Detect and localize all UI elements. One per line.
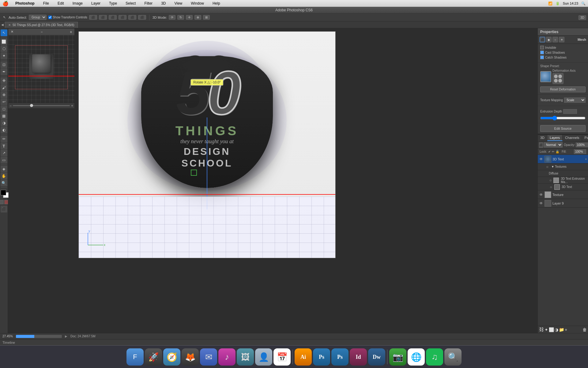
expand-textures[interactable]: ▾ — [552, 165, 554, 169]
sublayer-vis-textures[interactable]: ○ — [545, 165, 549, 169]
3d-rotate-btn[interactable]: ⟳ — [169, 15, 175, 20]
zoom-tool[interactable]: 🔍 — [1, 180, 7, 186]
menu-window[interactable]: Window — [189, 1, 206, 6]
layer-vis-texture[interactable]: 👁 — [539, 193, 543, 197]
extrusion-value[interactable]: 1466 — [563, 109, 577, 114]
sublayer-vis-3dtext[interactable]: ○ — [549, 185, 553, 189]
standard-mode[interactable] — [0, 200, 4, 204]
dock-chrome[interactable]: 🌐 — [408, 348, 425, 366]
align-bottom-btn[interactable]: ⬛ — [109, 15, 117, 20]
layer-expand-3dtext[interactable]: ▾ — [585, 158, 587, 161]
layer-vis-3dtext[interactable]: 👁 — [539, 157, 543, 161]
tab-3d[interactable]: 3D — [538, 135, 547, 141]
dodge-tool[interactable]: ◐ — [1, 127, 7, 133]
fill-input[interactable] — [574, 149, 586, 154]
screen-mode-btn[interactable]: ⬛ — [1, 206, 7, 213]
sublayer-diffuse[interactable]: Diffuse — [538, 170, 588, 177]
dock-calendar[interactable]: 📅 — [273, 348, 291, 366]
lasso-tool[interactable]: ⬡ — [1, 45, 7, 52]
dock-facetime[interactable]: 📷 — [389, 348, 406, 366]
nav-zoom-in[interactable]: + — [71, 104, 73, 108]
foreground-color[interactable] — [1, 190, 6, 195]
tab-channels[interactable]: Channels — [563, 135, 582, 141]
dock-finder[interactable]: F — [126, 348, 144, 366]
layer-item-3dtext[interactable]: 👁 3D Text ▾ — [538, 155, 588, 163]
lock-move-btn[interactable]: ✏ — [552, 150, 554, 153]
apple-menu[interactable]: 🍎 — [2, 1, 9, 6]
sublayer-3dtext[interactable]: ○ 3D Text — [538, 184, 588, 190]
eraser-tool[interactable]: ◻ — [1, 105, 7, 112]
tab-paths[interactable]: Paths — [582, 135, 588, 141]
document-tab[interactable]: ✕ 50 Things SS.psd @ 27.5% (3D Text, RGB… — [5, 22, 78, 28]
dock-finder2[interactable]: 🔍 — [444, 348, 462, 366]
blur-tool[interactable]: ◑ — [1, 120, 7, 126]
dock-safari[interactable]: 🧭 — [163, 348, 180, 366]
shape-tool[interactable]: ▭ — [1, 157, 7, 163]
menu-file[interactable]: File — [41, 1, 51, 6]
move-tool[interactable]: ↖ — [1, 29, 7, 36]
align-middle-btn[interactable]: ⬛ — [99, 15, 107, 20]
nav-close-btn[interactable]: ✕ — [11, 30, 13, 34]
dock-firefox[interactable]: 🦊 — [182, 348, 199, 366]
clone-tool[interactable]: ⊕ — [1, 91, 7, 98]
auto-select-dropdown[interactable]: Group Layer — [29, 15, 47, 20]
gradient-tool[interactable]: ▦ — [1, 113, 7, 119]
nav-zoom-out[interactable]: − — [9, 104, 12, 108]
nav-zoom-thumb[interactable] — [30, 104, 33, 107]
prop-light-icon[interactable]: ☀ — [559, 37, 564, 42]
align-top-btn[interactable]: ⬛ — [89, 15, 97, 20]
search-icon[interactable]: 🔍 — [581, 2, 586, 6]
3d-canvas[interactable]: Rotate X △: -10.0° — [78, 31, 336, 258]
link-layers-btn[interactable]: ⛓ — [539, 327, 544, 332]
dock-indesign[interactable]: Id — [350, 348, 367, 366]
align-center-btn[interactable]: ⬛ — [128, 15, 136, 20]
menu-filter[interactable]: Filter — [142, 1, 154, 6]
doc-close-btn[interactable]: ✕ — [8, 23, 11, 27]
history-brush-tool[interactable]: ↩ — [1, 98, 7, 105]
dock-contacts[interactable]: 👤 — [255, 348, 272, 366]
dock-dreamweaver[interactable]: Dw — [368, 348, 385, 366]
menu-help[interactable]: Help — [211, 1, 222, 6]
dock-itunes[interactable]: ♪ — [218, 348, 236, 366]
menu-layer[interactable]: Layer — [89, 1, 102, 6]
eyedropper-tool[interactable]: ✒ — [1, 68, 7, 75]
lock-pixel-btn[interactable]: ✔ — [548, 150, 551, 153]
create-layer-btn[interactable]: + — [565, 327, 567, 332]
quick-select-tool[interactable]: ✦ — [1, 52, 7, 59]
sublayer-textures[interactable]: ○ ▾ Textures — [538, 163, 588, 170]
dock-launchpad[interactable]: 🚀 — [145, 348, 162, 366]
nav-zoom-slider[interactable] — [13, 105, 70, 106]
menu-view[interactable]: View — [172, 1, 184, 6]
crop-tool[interactable]: ⊡ — [1, 61, 7, 68]
3d-tool[interactable]: ◈ — [1, 166, 7, 172]
status-triangle[interactable]: ▶ — [65, 335, 67, 338]
path-select-tool[interactable]: ↗ — [1, 150, 7, 156]
layer-vis-9[interactable]: 👁 — [539, 201, 543, 205]
catch-shadows-checkbox[interactable]: ✓ — [540, 56, 544, 59]
show-transform-checkbox[interactable] — [48, 16, 52, 19]
sublayer-vis-extrusion[interactable]: ○ — [549, 178, 552, 182]
delete-layer-btn[interactable]: 🗑 — [582, 327, 587, 332]
prop-deform-icon[interactable]: ◆ — [546, 37, 552, 42]
3d-pan-btn[interactable]: ✛ — [186, 15, 193, 20]
brush-tool[interactable]: 🖌 — [1, 84, 7, 91]
prop-mesh-icon[interactable]: ⬛ — [540, 37, 545, 42]
menu-photoshop[interactable]: Photoshop — [13, 1, 36, 6]
add-mask-btn[interactable]: ⬜ — [549, 327, 554, 332]
texture-mapping-select[interactable]: Scale Tile — [564, 98, 586, 103]
menu-3d[interactable]: 3D — [159, 1, 168, 6]
tab-previous-icon[interactable]: ◀ — [1, 23, 4, 26]
3d-scale-btn[interactable]: ⊞ — [203, 15, 210, 20]
hand-tool[interactable]: ✋ — [1, 173, 7, 179]
healing-tool[interactable]: ✙ — [1, 77, 7, 84]
align-left-btn[interactable]: ⬛ — [119, 15, 126, 20]
move-tool-icon[interactable]: ↖ — [2, 15, 7, 20]
shape-preset-thumb[interactable] — [540, 71, 551, 82]
dock-illustrator[interactable]: Ai — [295, 348, 312, 366]
reset-deformation-btn[interactable]: Reset Deformation — [540, 86, 586, 92]
blend-mode-select[interactable]: Normal Multiply Screen — [544, 142, 563, 148]
invisible-checkbox[interactable] — [540, 46, 544, 49]
create-group-btn[interactable]: 📁 — [559, 327, 564, 332]
menu-select[interactable]: Select — [124, 1, 138, 6]
sublayer-extrusion-mat[interactable]: ○ 3D Text Extrusion Ma... — [538, 177, 588, 184]
